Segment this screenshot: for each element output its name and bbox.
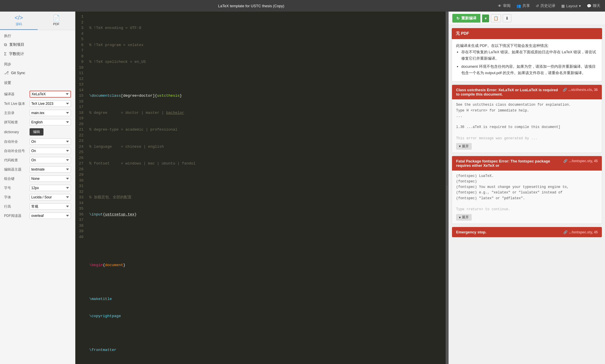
theme-select[interactable]: textmate default dracula bbox=[30, 166, 71, 173]
sync-section-label: 同步 bbox=[0, 58, 75, 68]
emergency-file-ref[interactable]: 🔗 ...fontspec.sty, 45 bbox=[563, 230, 598, 234]
chevron-down-icon-2: ▾ bbox=[459, 215, 461, 220]
compile-dropdown-button[interactable]: ▾ bbox=[482, 14, 489, 22]
document-icon-button[interactable]: 📋 bbox=[491, 14, 501, 22]
code-line-7: % degree-type = academic | professional bbox=[89, 127, 443, 133]
error-card-2-title: Fatal Package fontspec Error: The fontsp… bbox=[456, 159, 560, 168]
code-line-8: % language = chinese | english bbox=[89, 144, 443, 150]
topbar-layout[interactable]: ▦ Layout ▾ bbox=[561, 4, 581, 8]
emergency-title: Emergency stop. bbox=[456, 230, 486, 234]
settings-row-compiler: 编译器 XeLaTeX pdfLaTeX LuaLaTeX bbox=[0, 89, 75, 99]
code-line-10 bbox=[89, 178, 443, 184]
lineheight-label: 行高 bbox=[4, 204, 27, 209]
git-sync-item[interactable]: ⎇ Git Sync bbox=[0, 68, 75, 77]
maindir-select[interactable]: main.tex bbox=[30, 110, 71, 116]
code-line-15: \begin{document} bbox=[89, 262, 443, 268]
review-icon: 👁 bbox=[498, 4, 502, 8]
editor-divider[interactable] bbox=[446, 12, 449, 364]
error-card-1-expand-button[interactable]: ▾ 展开 bbox=[456, 143, 472, 150]
theme-label: 编辑器主题 bbox=[4, 167, 27, 172]
download-icon-button[interactable]: ⬇ bbox=[503, 14, 511, 22]
error-body-line-3: ... bbox=[456, 114, 598, 119]
layout-icon: ▦ bbox=[561, 4, 565, 8]
settings-row-spell: 拼写检查 English Off bbox=[0, 118, 75, 127]
no-pdf-bullet-2: document 环境不包含任何内容。如果为空，请添加一些内容并重新编译。该项目… bbox=[461, 63, 598, 76]
error-card-2-header: Fatal Package fontspec Error: The fontsp… bbox=[452, 156, 602, 171]
settings-row-keybindings: 组合键 None Vim Emacs bbox=[0, 174, 75, 183]
code-line-14 bbox=[89, 246, 443, 251]
compile-button-label: 重新编译 bbox=[461, 16, 476, 21]
settings-row-autocomplete-brackets: 自动补全括号 On Off bbox=[0, 146, 75, 156]
error-card-2-file-ref-text: ...fontspec.sty, 45 bbox=[569, 159, 598, 163]
compiler-select[interactable]: XeLaTeX pdfLaTeX LuaLaTeX bbox=[30, 91, 71, 98]
texlive-select[interactable]: TeX Live 2023 TeX Live 2022 bbox=[30, 100, 71, 107]
copy-project-item[interactable]: ⧉ 复制项目 bbox=[0, 40, 75, 49]
copy-icon: ⧉ bbox=[4, 42, 7, 47]
expand-label-2: 展开 bbox=[462, 215, 469, 220]
settings-section: 编译器 XeLaTeX pdfLaTeX LuaLaTeX TeX Live 版… bbox=[0, 87, 75, 223]
error2-body-line-6 bbox=[456, 201, 598, 207]
history-icon: ↺ bbox=[536, 4, 539, 8]
dict-edit-button[interactable]: 编辑 bbox=[30, 128, 43, 136]
topbar-share[interactable]: 👥 共享 bbox=[516, 3, 530, 8]
autocomplete-brackets-select[interactable]: On Off bbox=[30, 148, 71, 154]
error2-body-line-7: Type <return> to continue. bbox=[456, 207, 598, 212]
error-card-2: Fatal Package fontspec Error: The fontsp… bbox=[452, 156, 602, 224]
error2-body-line-3: (fontspec) You must change your typesett… bbox=[456, 184, 598, 190]
fontsize-label: 字号 bbox=[4, 186, 27, 191]
code-line-17: \maketitle bbox=[89, 296, 443, 302]
code-container: 1 2 3 4 5 6 7 8 9 10 11 12 13 14 15 16 1 bbox=[75, 12, 446, 364]
sidebar-tab-pdf-label: PDF bbox=[53, 22, 59, 26]
autocomplete-label: 自动补全 bbox=[4, 139, 27, 144]
settings-row-theme: 编辑器主题 textmate default dracula bbox=[0, 165, 75, 174]
dict-label: dictionary bbox=[4, 130, 27, 134]
texlive-label: TeX Live 版本 bbox=[4, 101, 27, 106]
git-sync-label: Git Sync bbox=[11, 71, 25, 75]
link-icon-2: 🔗 bbox=[563, 159, 568, 163]
error-card-2-file-ref[interactable]: 🔗 ...fontspec.sty, 45 bbox=[563, 159, 598, 163]
document-icon: 📋 bbox=[493, 16, 498, 21]
chevron-down-icon: ▾ bbox=[485, 16, 487, 21]
code-line-13 bbox=[89, 228, 443, 234]
error-card-1-title: Class ustcthesis Error: XeLaTeX or LuaLa… bbox=[456, 88, 560, 96]
spell-select[interactable]: English Off bbox=[30, 119, 71, 125]
settings-row-texlive: TeX Live 版本 TeX Live 2023 TeX Live 2022 bbox=[0, 99, 75, 108]
lineheight-select[interactable]: 常规 紧凑 宽松 bbox=[30, 203, 71, 210]
code-line-6: % degree = doctor | master | bachelor bbox=[89, 110, 443, 116]
topbar-review[interactable]: 👁 审阅 bbox=[498, 3, 511, 8]
pdfreader-select[interactable]: overleaf native bbox=[30, 213, 71, 219]
share-label: 共享 bbox=[522, 3, 530, 8]
code-line-20: \frontmatter bbox=[89, 347, 443, 353]
layout-chevron-icon: ▾ bbox=[579, 4, 581, 8]
sidebar-tab-source[interactable]: </> 源码 bbox=[0, 12, 38, 30]
editor-scroll[interactable]: 1 2 3 4 5 6 7 8 9 10 11 12 13 14 15 16 1 bbox=[75, 12, 446, 364]
topbar-history[interactable]: ↺ 历史记录 bbox=[536, 3, 555, 8]
keybindings-select[interactable]: None Vim Emacs bbox=[30, 175, 71, 182]
settings-row-font: 字体 Lucida / Sour bbox=[0, 193, 75, 202]
code-line-2: % !TeX program = xelatex bbox=[89, 42, 443, 48]
no-pdf-description: 此编译未生成 PDF。在以下情况下可能会发生这种情况: bbox=[456, 43, 598, 49]
compile-button[interactable]: ↻ 重新编译 bbox=[452, 14, 480, 23]
error-card-1: Class ustcthesis Error: XeLaTeX or LuaLa… bbox=[452, 85, 602, 153]
code-check-select[interactable]: On Off bbox=[30, 157, 71, 163]
word-count-item[interactable]: Σ 字数统计 bbox=[0, 49, 75, 58]
compile-toolbar: ↻ 重新编译 ▾ 📋 ⬇ bbox=[449, 12, 605, 25]
settings-row-dict: dictionary 编辑 bbox=[0, 127, 75, 137]
right-panel: ↻ 重新编译 ▾ 📋 ⬇ 无 PDF 此编译未生成 PDF。在以下情况下可能会发… bbox=[449, 12, 605, 364]
error-card-2-expand-button[interactable]: ▾ 展开 bbox=[456, 214, 472, 221]
copy-project-label: 复制项目 bbox=[9, 42, 24, 47]
layout-label: Layout bbox=[566, 4, 577, 8]
sidebar: </> 源码 📄 PDF 执行 ⧉ 复制项目 Σ 字数统计 同步 ⎇ Git S… bbox=[0, 12, 75, 364]
error-card-1-file-ref[interactable]: 🔗 ...stcthesis.cls, 36 bbox=[563, 88, 598, 92]
code-check-label: 代码检查 bbox=[4, 158, 27, 163]
sidebar-tab-pdf[interactable]: 📄 PDF bbox=[38, 12, 75, 30]
fontsize-select[interactable]: 10px 11px 12px 14px bbox=[30, 185, 71, 191]
font-label: 字体 bbox=[4, 195, 27, 200]
font-select[interactable]: Lucida / Sour bbox=[30, 194, 71, 200]
topbar-chat[interactable]: 💬 聊天 bbox=[587, 3, 600, 8]
refresh-icon: ↻ bbox=[456, 16, 460, 21]
autocomplete-select[interactable]: On Off bbox=[30, 138, 71, 145]
expand-label-1: 展开 bbox=[462, 144, 469, 149]
chat-icon: 💬 bbox=[587, 4, 591, 8]
code-line-16 bbox=[89, 279, 443, 285]
